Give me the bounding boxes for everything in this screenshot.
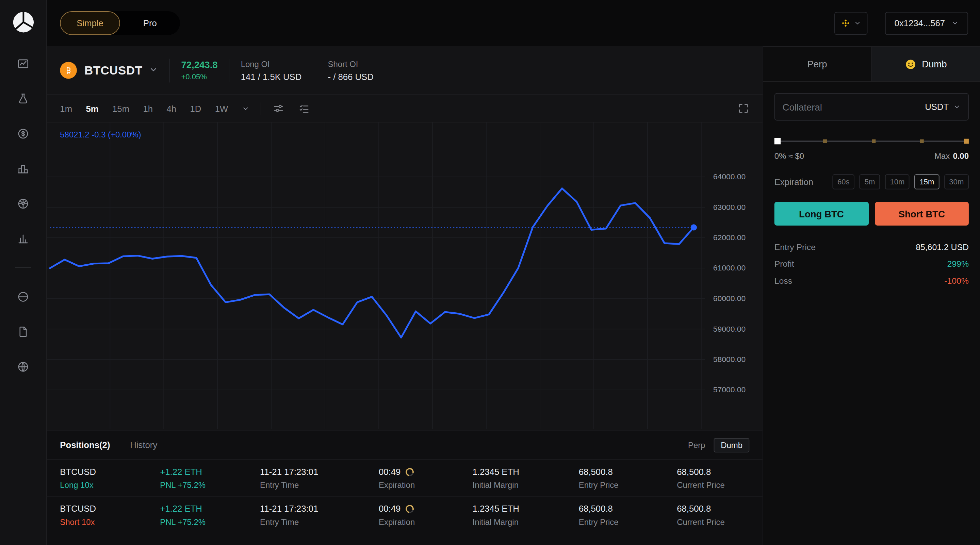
collateral-currency-selector[interactable]: USDT — [925, 102, 961, 111]
app-logo-icon[interactable] — [11, 11, 35, 34]
timeframe-1h[interactable]: 1h — [143, 103, 153, 113]
entry-price-value: 85,601.2 USD — [916, 243, 969, 252]
position-side: Long 10x — [60, 480, 160, 490]
svg-text:57000.00: 57000.00 — [713, 385, 746, 394]
timeframe-1w[interactable]: 1W — [215, 103, 228, 113]
earn-dollar-icon[interactable] — [17, 127, 30, 140]
expiration-60s-button[interactable]: 60s — [832, 174, 854, 189]
timeframe-4h[interactable]: 4h — [166, 103, 176, 113]
timeframe-1m[interactable]: 1m — [60, 103, 72, 113]
mode-simple-button[interactable]: Simple — [60, 11, 120, 35]
expiration-15m-button[interactable]: 15m — [915, 174, 939, 189]
timeframe-15m[interactable]: 15m — [112, 103, 129, 113]
position-pnl-pct: PNL +75.2% — [160, 518, 260, 527]
expiration-5m-button[interactable]: 5m — [859, 174, 880, 189]
positions-panel: Positions(2) History Perp Dumb BTCUSD Lo… — [47, 430, 762, 545]
svg-text:63000.00: 63000.00 — [713, 203, 746, 211]
short-btc-button[interactable]: Short BTC — [875, 202, 969, 226]
entry-price-label: Entry Price — [775, 243, 816, 252]
entry-price-label: Entry Price — [579, 518, 677, 527]
position-pnl-amount: +1.22 ETH — [160, 504, 260, 513]
chart-settings-icon[interactable] — [272, 102, 285, 114]
fullscreen-icon[interactable] — [737, 102, 749, 114]
tab-history[interactable]: History — [130, 440, 157, 450]
wallet-address-button[interactable]: 0x1234...567 — [885, 11, 968, 35]
pie-icon[interactable] — [17, 291, 30, 303]
divider — [229, 59, 230, 82]
trading-app: Simple Pro 0x1234...567 — [0, 0, 980, 545]
chevron-down-icon — [951, 19, 959, 27]
filter-dumb-button[interactable]: Dumb — [714, 438, 749, 452]
chevron-down-icon — [854, 19, 861, 27]
indicators-list-icon[interactable] — [298, 102, 310, 114]
current-price-label: Current Price — [677, 480, 749, 490]
tab-dumb[interactable]: Dumb — [872, 47, 980, 81]
timeframe-more-chevron-icon[interactable] — [242, 105, 250, 112]
position-side: Short 10x — [60, 518, 160, 527]
slider-max-label: Max0.00 — [934, 151, 969, 160]
sidebar — [0, 0, 47, 545]
sidebar-divider — [15, 267, 31, 268]
chain-selector-button[interactable] — [834, 11, 867, 35]
slider-mark-50 — [872, 140, 875, 143]
position-row[interactable]: BTCUSD Long 10x +1.22 ETH PNL +75.2% 11-… — [47, 460, 762, 496]
position-initial-margin: 1.2345 ETH — [473, 504, 579, 513]
tab-perp[interactable]: Perp — [763, 47, 872, 81]
flask-icon[interactable] — [17, 92, 30, 105]
chart-toolbar: 1m 5m 15m 1h 4h 1D 1W — [47, 95, 762, 122]
slider-mark-75 — [920, 140, 924, 143]
slider-min-label: 0% ≈ $0 — [775, 151, 804, 160]
profit-value: 299% — [947, 259, 969, 269]
collateral-input[interactable]: Collateral USDT — [775, 93, 969, 121]
position-expiration: 00:49 — [379, 467, 401, 477]
pair-selector-chevron-icon[interactable] — [149, 65, 158, 76]
stats-columns-icon[interactable] — [17, 232, 30, 245]
trade-tabbar: Perp Dumb — [763, 47, 980, 82]
loss-value: -100% — [944, 276, 969, 286]
globe-icon[interactable] — [17, 361, 30, 373]
expiration-30m-button[interactable]: 30m — [944, 174, 969, 189]
markets-chart-icon[interactable] — [17, 57, 30, 70]
divider — [261, 102, 261, 114]
timeframe-1d[interactable]: 1D — [190, 103, 202, 113]
svg-text:59000.00: 59000.00 — [713, 324, 746, 334]
slider-thumb[interactable] — [775, 138, 781, 144]
leaderboard-icon[interactable] — [17, 163, 30, 175]
price-chart[interactable]: 58021.2 -0.3 (+0.00%) 64000.0063000.0062… — [47, 122, 762, 429]
current-price-label: Current Price — [677, 518, 749, 527]
expiration-label: Expiration — [775, 177, 813, 187]
ecosystem-wheel-icon[interactable] — [17, 197, 30, 210]
mode-pro-button[interactable]: Pro — [120, 11, 180, 35]
position-symbol: BTCUSD — [60, 467, 160, 477]
long-btc-button[interactable]: Long BTC — [775, 202, 869, 226]
filter-perp-label[interactable]: Perp — [688, 440, 705, 450]
divider — [169, 59, 170, 82]
positions-tabbar: Positions(2) History Perp Dumb — [47, 431, 762, 460]
docs-icon[interactable] — [17, 326, 30, 338]
expiration-10m-button[interactable]: 10m — [885, 174, 910, 189]
short-oi-value: - / 866 USD — [328, 72, 373, 81]
leverage-slider[interactable] — [775, 137, 969, 146]
slider-max-caption: Max — [934, 151, 950, 160]
svg-text:60000.00: 60000.00 — [713, 294, 746, 303]
position-pnl-pct: PNL +75.2% — [160, 480, 260, 490]
countdown-ring-icon — [404, 466, 415, 477]
mode-switch: Simple Pro — [60, 11, 180, 35]
collateral-placeholder: Collateral — [783, 102, 822, 112]
loss-label: Loss — [775, 276, 792, 286]
position-entry-time: 11-21 17:23:01 — [260, 467, 379, 477]
timeframe-5m[interactable]: 5m — [86, 103, 98, 113]
position-entry-time: 11-21 17:23:01 — [260, 504, 379, 513]
position-row[interactable]: BTCUSD Short 10x +1.22 ETH PNL +75.2% 11… — [47, 496, 762, 533]
price-chart-svg[interactable]: 64000.0063000.0062000.0061000.0060000.00… — [47, 122, 762, 429]
market-header: BTCUSDT 72,243.8 +0.05% Long OI 141 / 1.… — [47, 46, 762, 95]
tab-positions[interactable]: Positions(2) — [60, 440, 110, 450]
position-current-price: 68,500.8 — [677, 504, 749, 513]
profit-label: Profit — [775, 259, 794, 269]
chevron-down-icon — [953, 103, 961, 111]
collateral-currency: USDT — [925, 102, 949, 111]
expiration-label: Expiration — [379, 480, 473, 490]
countdown-ring-icon — [404, 503, 415, 514]
trade-panel: Perp Dumb Collateral USDT — [762, 46, 980, 545]
initial-margin-label: Initial Margin — [473, 518, 579, 527]
